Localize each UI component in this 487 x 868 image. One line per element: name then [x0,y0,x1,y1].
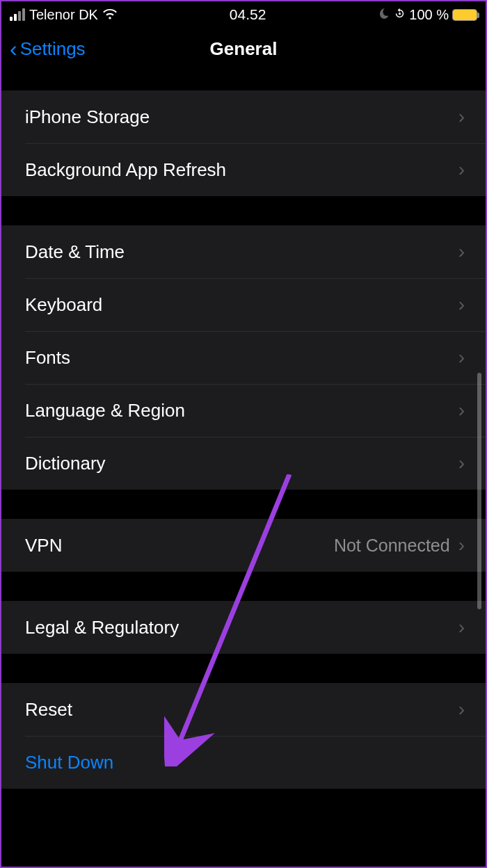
chevron-right-icon: › [458,241,465,263]
settings-row-reset[interactable]: Reset› [1,683,486,736]
orientation-lock-icon [394,8,406,22]
navigation-bar: ‹ Settings General [1,28,486,70]
settings-row-background-app-refresh[interactable]: Background App Refresh› [1,143,486,196]
settings-row-fonts[interactable]: Fonts› [1,331,486,384]
page-title: General [210,38,278,60]
row-label: iPhone Storage [25,106,458,128]
row-label: VPN [25,535,334,556]
settings-row-legal-regulatory[interactable]: Legal & Regulatory› [1,601,486,654]
settings-group: iPhone Storage›Background App Refresh› [1,90,486,196]
settings-row-keyboard[interactable]: Keyboard› [1,278,486,331]
settings-row-language-region[interactable]: Language & Region› [1,384,486,437]
chevron-right-icon: › [458,534,465,556]
row-label: Reset [25,699,458,721]
status-bar-right: 100 % [378,7,477,23]
back-button[interactable]: ‹ Settings [10,38,86,60]
settings-content: iPhone Storage›Background App Refresh›Da… [1,90,486,789]
settings-row-dictionary[interactable]: Dictionary› [1,437,486,490]
row-label: Background App Refresh [25,159,458,181]
do-not-disturb-icon [378,7,390,23]
chevron-right-icon: › [458,698,465,721]
chevron-left-icon: ‹ [10,38,17,60]
back-label: Settings [20,38,86,60]
settings-row-vpn[interactable]: VPNNot Connected› [1,519,486,572]
status-bar-time: 04.52 [230,6,266,23]
chevron-right-icon: › [458,106,465,128]
wifi-icon [102,9,118,20]
settings-row-date-time[interactable]: Date & Time› [1,225,486,278]
chevron-right-icon: › [458,616,465,638]
scroll-indicator[interactable] [477,373,481,609]
settings-group: Reset›Shut Down [1,683,486,789]
settings-row-shut-down[interactable]: Shut Down [1,736,486,789]
settings-group: Date & Time›Keyboard›Fonts›Language & Re… [1,225,486,490]
chevron-right-icon: › [458,452,465,474]
chevron-right-icon: › [458,159,465,181]
row-label: Shut Down [25,752,465,773]
chevron-right-icon: › [458,399,465,421]
chevron-right-icon: › [458,294,465,316]
status-bar: Telenor DK 04.52 100 % [1,1,486,28]
battery-icon [452,9,477,21]
row-label: Fonts [25,347,458,369]
row-detail: Not Connected [334,536,450,556]
battery-percent-label: 100 % [409,7,449,23]
row-label: Dictionary [25,453,458,474]
cellular-signal-icon [10,8,25,21]
row-label: Date & Time [25,241,458,263]
carrier-label: Telenor DK [29,7,98,23]
row-label: Legal & Regulatory [25,617,458,638]
row-label: Keyboard [25,294,458,316]
settings-group: VPNNot Connected› [1,519,486,572]
settings-row-iphone-storage[interactable]: iPhone Storage› [1,90,486,143]
chevron-right-icon: › [458,346,465,369]
settings-group: Legal & Regulatory› [1,601,486,654]
row-label: Language & Region [25,400,458,421]
status-bar-left: Telenor DK [10,7,118,23]
